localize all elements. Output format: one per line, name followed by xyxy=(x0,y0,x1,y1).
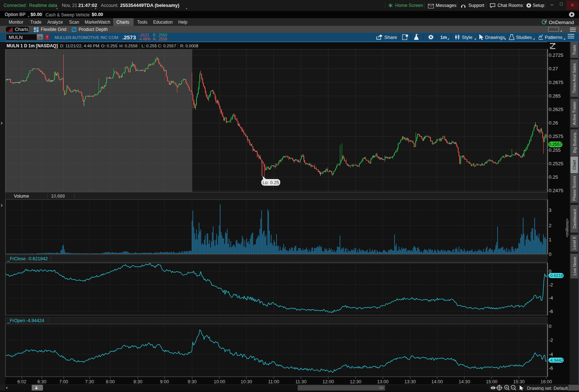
svg-text:0.2675: 0.2675 xyxy=(549,80,563,85)
svg-text:<millions>: <millions> xyxy=(565,218,569,237)
svg-text:15:30: 15:30 xyxy=(513,379,524,384)
svg-text:0.255: 0.255 xyxy=(549,147,561,153)
svg-text:0.27: 0.27 xyxy=(549,66,558,71)
svg-text:11:30: 11:30 xyxy=(296,379,306,384)
svg-text:0.2557: 0.2557 xyxy=(549,142,562,147)
svg-text:_FrClose: _FrClose xyxy=(7,256,26,261)
svg-text:-4.94424: -4.94424 xyxy=(26,318,44,323)
svg-text:+: + xyxy=(505,385,508,389)
svg-text:6:30: 6:30 xyxy=(37,379,46,384)
svg-text:_FrOpen: _FrOpen xyxy=(7,318,25,323)
svg-text:0.2575: 0.2575 xyxy=(549,134,563,139)
svg-text:12:30: 12:30 xyxy=(350,379,361,384)
svg-text:7:00: 7:00 xyxy=(59,379,68,384)
svg-text:C: 0.2557: C: 0.2557 xyxy=(158,44,176,48)
svg-text:10:30: 10:30 xyxy=(241,379,252,384)
svg-text:0.26: 0.26 xyxy=(549,120,558,126)
svg-text:15:00: 15:00 xyxy=(486,379,497,384)
svg-text:0.2525: 0.2525 xyxy=(549,161,563,166)
svg-text:9:30: 9:30 xyxy=(188,379,197,384)
svg-text:Trade: Trade xyxy=(572,45,577,55)
svg-text:7:30: 7:30 xyxy=(85,379,94,384)
svg-text:MULN 1 D 1m [NASDAQ]: MULN 1 D 1m [NASDAQ] xyxy=(7,43,58,48)
svg-text:D: 11/21/22, 4:46 PM: D: 11/21/22, 4:46 PM xyxy=(60,44,99,48)
svg-text:R: 0.0008: R: 0.0008 xyxy=(180,44,198,48)
svg-text:Live News: Live News xyxy=(572,257,577,275)
svg-text:12:00: 12:00 xyxy=(322,379,334,384)
svg-text:Style: Style xyxy=(462,35,472,40)
svg-text:1: 1 xyxy=(549,237,551,242)
svg-text:0.265: 0.265 xyxy=(549,93,561,99)
svg-text:Studies: Studies xyxy=(516,35,532,40)
svg-text:11:00: 11:00 xyxy=(268,379,279,384)
svg-text:Lo: 0.25: Lo: 0.25 xyxy=(262,180,279,185)
svg-text:Share: Share xyxy=(384,35,397,40)
svg-text:−: − xyxy=(512,385,514,389)
svg-text:O: 0.255: O: 0.255 xyxy=(101,44,117,48)
svg-text:14:30: 14:30 xyxy=(459,379,470,384)
svg-text:L: 0.255: L: 0.255 xyxy=(142,44,157,48)
svg-text:-2: -2 xyxy=(549,282,553,288)
svg-text:8:30: 8:30 xyxy=(134,379,142,384)
svg-text:10:00: 10:00 xyxy=(214,379,225,384)
svg-text:Volume: Volume xyxy=(14,194,29,199)
svg-text:3: 3 xyxy=(549,207,551,213)
svg-text:2: 2 xyxy=(549,223,551,228)
svg-text:0.2625: 0.2625 xyxy=(549,107,563,112)
svg-text:9:00: 9:00 xyxy=(160,379,169,384)
svg-text:13:30: 13:30 xyxy=(404,379,416,384)
svg-text:0.2725: 0.2725 xyxy=(549,52,563,58)
svg-text:Level II: Level II xyxy=(572,237,577,249)
svg-text:6:02: 6:02 xyxy=(17,379,26,384)
svg-text:16:00: 16:00 xyxy=(540,379,552,384)
svg-text:-0.6218: -0.6218 xyxy=(549,273,563,278)
svg-text:-4.9442: -4.9442 xyxy=(549,358,563,363)
svg-text:Patterns: Patterns xyxy=(545,35,563,40)
svg-text:-4: -4 xyxy=(549,352,553,357)
svg-text:1m: 1m xyxy=(440,35,447,40)
svg-text:Chart: Chart xyxy=(572,160,577,170)
svg-text:-6: -6 xyxy=(549,365,553,371)
svg-text:-0.621842: -0.621842 xyxy=(27,256,48,261)
svg-text:Drawing set: Default: Drawing set: Default xyxy=(527,386,568,391)
svg-text:H: 0.2558: H: 0.2558 xyxy=(119,44,138,48)
svg-text:-6: -6 xyxy=(549,309,553,314)
svg-text:0.25: 0.25 xyxy=(549,174,558,180)
svg-text:13:00: 13:00 xyxy=(377,379,388,384)
svg-text:10,688: 10,688 xyxy=(51,194,65,199)
svg-text:Dashboard: Dashboard xyxy=(572,209,577,229)
svg-text:Big Buttons: Big Buttons xyxy=(572,132,577,153)
svg-text:8:00: 8:00 xyxy=(106,379,115,384)
svg-text:Phase Scores: Phase Scores xyxy=(572,176,577,201)
svg-text:0: 0 xyxy=(549,324,551,329)
svg-text:Times And Sales: Times And Sales xyxy=(572,63,577,93)
svg-text:Active Trader: Active Trader xyxy=(572,101,577,125)
svg-text:0.2475: 0.2475 xyxy=(549,188,563,193)
svg-text:14:00: 14:00 xyxy=(431,379,443,384)
svg-text:0: 0 xyxy=(549,252,551,257)
svg-text:-4: -4 xyxy=(549,295,553,301)
svg-text:Drawings: Drawings xyxy=(485,35,505,40)
svg-text:-2: -2 xyxy=(549,337,553,343)
